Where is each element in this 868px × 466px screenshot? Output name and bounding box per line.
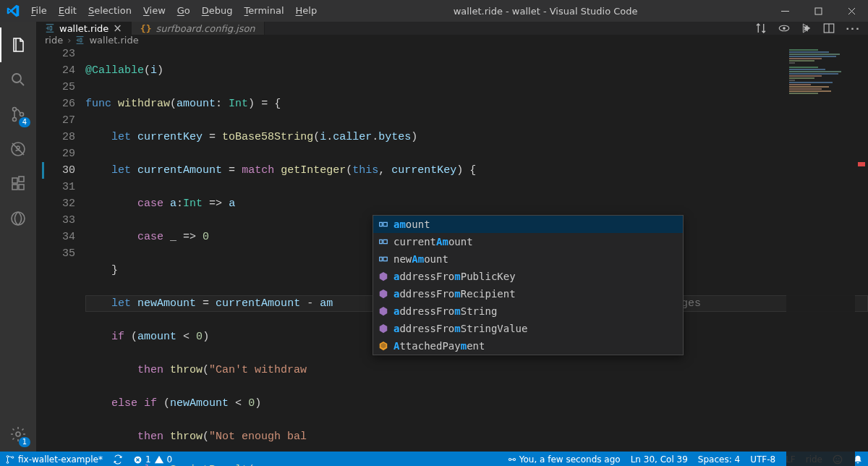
editor-tabs: wallet.ride × {} surfboard.config.json ·… [36, 22, 868, 35]
suggest-label: currentAmount [393, 236, 473, 247]
window-title: wallet.ride - wallet - Visual Studio Cod… [323, 6, 768, 17]
svg-point-1 [12, 74, 21, 82]
svg-rect-19 [383, 222, 387, 226]
suggest-label: addressFromRecipient [393, 288, 516, 300]
minimize-button[interactable] [768, 0, 801, 22]
breadcrumb[interactable]: ride › wallet.ride [36, 35, 868, 46]
svg-rect-22 [380, 257, 383, 260]
class-icon [378, 340, 389, 352]
suggest-item[interactable]: currentAmount [373, 233, 683, 250]
method-icon [378, 271, 389, 282]
json-icon: {} [140, 23, 152, 34]
menu-debug[interactable]: Debug [196, 0, 239, 22]
svg-point-11 [12, 212, 25, 225]
overview-error-marker[interactable] [858, 162, 865, 166]
svg-point-3 [13, 118, 17, 122]
suggest-item[interactable]: newAmount [373, 250, 683, 268]
chevron-right-icon: › [67, 35, 71, 46]
run-icon[interactable] [801, 22, 812, 34]
svg-rect-10 [19, 177, 24, 182]
close-icon[interactable]: × [113, 22, 122, 35]
method-icon [378, 323, 389, 334]
file-icon [75, 35, 85, 45]
svg-rect-18 [380, 222, 383, 226]
tab-label: surfboard.config.json [156, 23, 255, 34]
menu-view[interactable]: View [137, 0, 171, 22]
suggest-label: newAmount [393, 253, 448, 265]
svg-point-4 [20, 113, 24, 116]
svg-rect-0 [815, 8, 822, 14]
extensions-icon[interactable] [0, 166, 36, 201]
tab-wallet-ride[interactable]: wallet.ride × [36, 22, 132, 35]
activity-bar: 4 1 [0, 22, 36, 452]
editor-actions: ··· [747, 22, 868, 35]
suggest-item[interactable]: addressFromStringValue [373, 320, 683, 337]
method-icon [378, 305, 389, 317]
variable-icon [378, 219, 389, 230]
suggest-label: addressFromString [393, 305, 497, 317]
menu-go[interactable]: Go [171, 0, 196, 22]
settings-badge: 1 [19, 437, 30, 447]
preview-icon[interactable] [778, 22, 791, 35]
line-numbers: 23242526272829303132333435 [49, 46, 85, 466]
method-icon [378, 288, 389, 300]
svg-point-6 [17, 146, 20, 149]
suggest-label: addressFromStringValue [393, 323, 527, 334]
suggest-label: addressFromPublicKey [393, 271, 516, 282]
menu-file[interactable]: File [25, 0, 53, 22]
tab-label: wallet.ride [59, 23, 109, 34]
breadcrumb-folder: ride [45, 35, 63, 46]
compare-icon[interactable] [754, 22, 767, 35]
suggest-label: amount [393, 219, 430, 230]
svg-rect-8 [12, 185, 17, 190]
vscode-logo [0, 4, 25, 17]
settings-icon[interactable]: 1 [0, 417, 36, 452]
debug-icon[interactable] [0, 132, 36, 166]
svg-point-14 [783, 27, 786, 30]
suggest-widget[interactable]: amountcurrentAmountnewAmountaddressFromP… [373, 215, 684, 355]
explorer-icon[interactable] [0, 27, 36, 62]
menu-terminal[interactable]: Terminal [239, 0, 290, 22]
scm-badge: 4 [19, 117, 30, 127]
menu-bar: File Edit Selection View Go Debug Termin… [25, 0, 323, 22]
svg-point-26 [12, 457, 14, 459]
more-icon[interactable]: ··· [846, 23, 861, 34]
suggest-item[interactable]: AttachedPayment [373, 337, 683, 355]
svg-rect-9 [19, 185, 24, 190]
svg-point-24 [7, 456, 9, 458]
maximize-button[interactable] [801, 0, 835, 22]
variable-icon [378, 236, 389, 247]
menu-edit[interactable]: Edit [53, 0, 82, 22]
tab-surfboard-config[interactable]: {} surfboard.config.json [132, 22, 265, 35]
breadcrumb-file: wallet.ride [89, 35, 138, 46]
suggest-label: AttachedPayment [393, 340, 485, 352]
svg-point-25 [7, 462, 9, 464]
svg-point-12 [16, 432, 20, 436]
glyph-margin [36, 46, 49, 466]
search-icon[interactable] [0, 62, 36, 97]
svg-rect-21 [383, 240, 387, 243]
split-icon[interactable] [822, 22, 835, 35]
suggest-item[interactable]: amount [373, 216, 683, 233]
menu-selection[interactable]: Selection [82, 0, 137, 22]
suggest-item[interactable]: addressFromPublicKey [373, 268, 683, 285]
suggest-item[interactable]: addressFromRecipient [373, 285, 683, 302]
svg-rect-23 [383, 257, 387, 260]
live-share-icon[interactable] [0, 201, 36, 236]
titlebar: File Edit Selection View Go Debug Termin… [0, 0, 868, 22]
file-icon [45, 23, 55, 33]
svg-rect-7 [12, 178, 17, 183]
minimap[interactable] [786, 46, 855, 466]
source-control-icon[interactable]: 4 [0, 97, 36, 132]
menu-help[interactable]: Help [290, 0, 323, 22]
variable-icon [378, 253, 389, 265]
svg-rect-20 [380, 240, 383, 243]
suggest-item[interactable]: addressFromString [373, 302, 683, 320]
svg-point-2 [13, 108, 17, 111]
close-button[interactable] [835, 0, 868, 22]
